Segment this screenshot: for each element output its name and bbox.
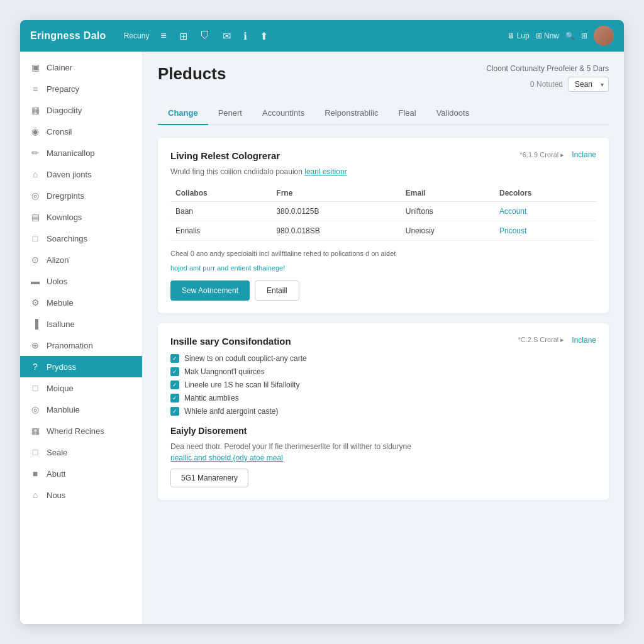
sidebar-item-abutt[interactable]: ■ Abutt — [20, 463, 142, 484]
card1-description-link[interactable]: leanl esitionr — [304, 167, 347, 176]
upload-icon[interactable]: ⬆ — [260, 30, 268, 42]
tabs-bar: Change Penert Accountints Relponstrablii… — [158, 102, 609, 125]
nav-nnw[interactable]: ⊞ Nnw — [536, 31, 559, 40]
card1-link[interactable]: Inclane — [572, 150, 596, 159]
tab-validoots[interactable]: Validoots — [426, 102, 480, 125]
sidebar-label-alizon: Alizon — [47, 255, 69, 265]
sidebar-item-prydoss[interactable]: ? Prydoss — [20, 356, 142, 377]
tab-penert[interactable]: Penert — [208, 102, 252, 125]
nav-link-recuny[interactable]: Recuny — [124, 31, 150, 40]
sidebar-item-seale[interactable]: □ Seale — [20, 441, 142, 463]
sidebar-item-pranomation[interactable]: ⊕ Pranomation — [20, 335, 142, 356]
sidebar-label-seale: Seale — [47, 448, 67, 457]
tab-change[interactable]: Change — [158, 102, 208, 125]
card-living-relest: Living Relest Cologrerar *6.1.9 Croral ▸… — [158, 138, 609, 313]
sidebar-item-isallune[interactable]: ▐ Isallune — [20, 313, 142, 335]
checkbox-5[interactable]: ✓ — [170, 407, 179, 416]
tab-accountints[interactable]: Accountints — [252, 102, 314, 125]
checklist-label-1: Sinew ts on codult couplict-any carte — [184, 354, 307, 363]
checkbox-4[interactable]: ✓ — [170, 394, 179, 402]
sidebar-label-cronsil: Cronsil — [47, 127, 72, 136]
sidebar-item-mebule[interactable]: ⚙ Mebule — [20, 292, 142, 313]
sidebar-label-clainer: Clainer — [47, 63, 72, 72]
row1-col2: 380.0.0125B — [271, 202, 400, 221]
col-decolors: Decolors — [494, 185, 596, 202]
nav-lup[interactable]: 🖥 Lup — [507, 31, 529, 40]
sidebar-item-soarchings[interactable]: □ Soarchings — [20, 228, 142, 249]
mail-icon[interactable]: ✉ — [223, 30, 231, 42]
card1-description: Wruld fing this coilion cndiidalo poauio… — [170, 167, 596, 176]
mebule-icon: ⚙ — [30, 297, 40, 308]
manarenery-button[interactable]: 5G1 Manarenery — [170, 469, 248, 487]
tab-fleal[interactable]: Fleal — [388, 102, 426, 125]
menu-icon[interactable]: ≡ — [160, 30, 166, 42]
info-icon[interactable]: ℹ — [243, 30, 247, 42]
header-count: 0 Notuted — [530, 80, 563, 89]
table-row: Baan 380.0.0125B Uniftons Account — [170, 202, 596, 221]
card2-btn-group: 5G1 Manarenery — [170, 469, 596, 487]
sidebar-item-kownlogs[interactable]: ▤ Kownlogs — [20, 206, 142, 228]
sidebar-item-diagoclity[interactable]: ▦ Diagoclity — [20, 99, 142, 121]
card1-tag: *6.1.9 Croral ▸ — [519, 151, 564, 159]
card1-footer-link[interactable]: hojod amt purr and entient sthainege! — [170, 264, 596, 272]
checkbox-1[interactable]: ✓ — [170, 354, 179, 363]
manblule-icon: ◎ — [30, 404, 40, 414]
card2-link[interactable]: Inclane — [572, 336, 596, 345]
nav-apps[interactable]: ⊞ — [581, 31, 587, 40]
avatar[interactable] — [594, 26, 614, 46]
entaill-button[interactable]: Entaill — [255, 280, 299, 301]
card2-tag: *C.2.S Croral ▸ — [518, 336, 564, 344]
sidebar-item-daven-jionts[interactable]: ⌂ Daven jionts — [20, 164, 142, 185]
sidebar-item-nous[interactable]: ⌂ Nous — [20, 484, 142, 506]
sidebar-label-dregrpints: Dregrpints — [47, 191, 84, 201]
avatar-image — [594, 26, 614, 46]
mananicallop-icon: ✏ — [30, 148, 40, 158]
sidebar-item-mananicallop[interactable]: ✏ Mananicallop — [20, 142, 142, 164]
row2-col4[interactable]: Pricoust — [494, 221, 596, 241]
sidebar-item-dregrpints[interactable]: ◎ Dregrpints — [20, 185, 142, 206]
row2-col2: 980.0.018SB — [271, 221, 400, 241]
col-collabos: Collabos — [170, 185, 271, 202]
sidebar-item-alizon[interactable]: ⊙ Alizon — [20, 249, 142, 270]
shield-icon[interactable]: ⛉ — [200, 30, 210, 42]
section2-link[interactable]: neallic and shoeld (ody atoe meal — [170, 453, 283, 462]
sidebar-label-mebule: Mebule — [47, 298, 74, 308]
checklist-label-5: Whiele anfd atergoint caste) — [184, 407, 278, 416]
checklist-label-4: Mahtic aumblies — [184, 394, 239, 402]
section2-title: Eaiyly Disorement — [170, 426, 596, 436]
soarchings-icon: □ — [30, 233, 40, 243]
tab-relponstrabliic[interactable]: Relponstrabliic — [314, 102, 388, 125]
checkbox-3[interactable]: ✓ — [170, 380, 179, 389]
preparcy-icon: ≡ — [30, 84, 40, 94]
kownlogs-icon: ▤ — [30, 212, 40, 222]
sidebar-label-daven: Daven jionts — [47, 170, 92, 179]
sidebar-item-moique[interactable]: □ Moique — [20, 377, 142, 399]
checklist: ✓ Sinew ts on codult couplict-any carte … — [170, 354, 596, 416]
grid-icon[interactable]: ⊞ — [179, 30, 187, 42]
app-container: Eringness Dalo Recuny ≡ ⊞ ⛉ ✉ ℹ ⬆ 🖥 Lup … — [20, 20, 624, 624]
seale-icon: □ — [30, 447, 40, 457]
sidebar-item-manblule[interactable]: ◎ Manblule — [20, 399, 142, 420]
sidebar-item-preparcy[interactable]: ≡ Preparcy — [20, 78, 142, 99]
sidebar-item-cronsil[interactable]: ◉ Cronsil — [20, 121, 142, 142]
clainer-icon: ▣ — [30, 62, 40, 72]
sidebar-item-wherid-recines[interactable]: ▦ Wherid Recines — [20, 420, 142, 441]
checklist-item-1: ✓ Sinew ts on codult couplict-any carte — [170, 354, 596, 363]
checkbox-2[interactable]: ✓ — [170, 367, 179, 376]
sidebar-label-mananicallop: Mananicallop — [47, 148, 95, 158]
sew-aotncement-button[interactable]: Sew Aotncement — [170, 280, 250, 301]
col-frne: Frne — [271, 185, 400, 202]
sidebar-label-diagoclity: Diagoclity — [47, 106, 82, 115]
card1-footer-text: Cheal 0 ano andy speciolalti incl avilft… — [170, 248, 596, 259]
nav-search[interactable]: 🔍 — [565, 31, 575, 40]
isallune-icon: ▐ — [30, 319, 40, 329]
moique-icon: □ — [30, 383, 40, 393]
row1-col4[interactable]: Account — [494, 202, 596, 221]
uolos-icon: ▬ — [30, 276, 40, 286]
sidebar-item-clainer[interactable]: ▣ Clainer — [20, 57, 142, 78]
daven-icon: ⌂ — [30, 169, 40, 179]
sidebar: ▣ Clainer ≡ Preparcy ▦ Diagoclity ◉ Cron… — [20, 52, 143, 624]
sidebar-item-uolos[interactable]: ▬ Uolos — [20, 270, 142, 292]
card1-table-head: Collabos Frne Email Decolors — [170, 185, 596, 202]
user-dropdown[interactable]: Sean All Mine — [568, 77, 609, 92]
